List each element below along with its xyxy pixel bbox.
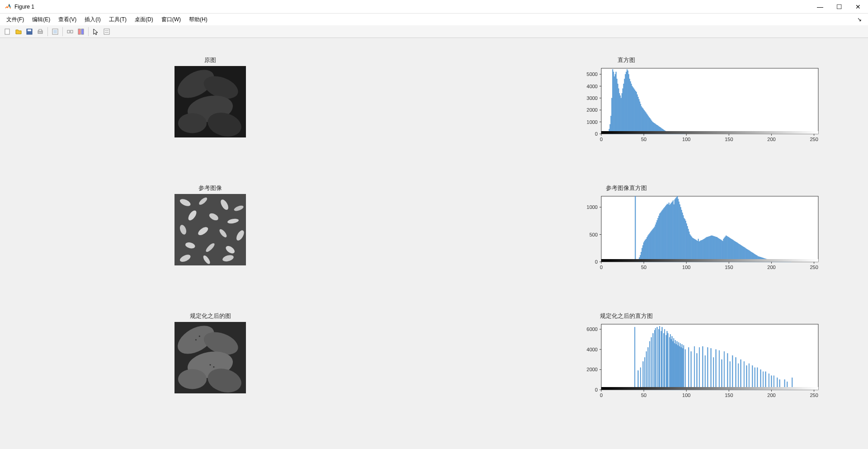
save-icon[interactable] bbox=[24, 27, 34, 37]
svg-rect-247 bbox=[713, 236, 714, 262]
svg-rect-430 bbox=[741, 359, 741, 390]
new-icon[interactable] bbox=[3, 27, 13, 37]
svg-rect-246 bbox=[712, 236, 713, 262]
menu-edit[interactable]: 编辑(E) bbox=[28, 14, 54, 25]
insert-colorbar-icon[interactable] bbox=[76, 27, 86, 37]
close-button[interactable]: ✕ bbox=[853, 3, 863, 10]
svg-rect-392 bbox=[669, 337, 670, 390]
svg-rect-439 bbox=[765, 372, 766, 390]
svg-rect-212 bbox=[684, 218, 684, 262]
open-icon[interactable] bbox=[14, 27, 24, 37]
svg-rect-374 bbox=[644, 358, 645, 390]
svg-rect-174 bbox=[652, 230, 653, 262]
svg-rect-49 bbox=[632, 86, 633, 134]
menu-window[interactable]: 窗口(W) bbox=[158, 14, 184, 25]
svg-rect-233 bbox=[701, 240, 702, 262]
svg-rect-241 bbox=[708, 236, 709, 262]
svg-text:250: 250 bbox=[810, 392, 818, 398]
svg-rect-67 bbox=[647, 115, 648, 134]
svg-rect-43 bbox=[627, 70, 627, 134]
svg-rect-26 bbox=[612, 70, 613, 134]
svg-rect-188 bbox=[664, 208, 665, 262]
menu-help[interactable]: 帮助(H) bbox=[185, 14, 211, 25]
svg-rect-400 bbox=[676, 345, 677, 390]
svg-rect-206 bbox=[679, 202, 679, 262]
svg-rect-434 bbox=[752, 365, 753, 390]
svg-rect-375 bbox=[646, 351, 647, 390]
insert-legend-icon[interactable] bbox=[102, 27, 112, 37]
menu-file[interactable]: 文件(F) bbox=[3, 14, 28, 25]
svg-rect-428 bbox=[736, 358, 736, 390]
svg-rect-191 bbox=[666, 205, 667, 262]
svg-text:100: 100 bbox=[682, 265, 690, 270]
svg-text:250: 250 bbox=[810, 137, 818, 142]
svg-rect-193 bbox=[668, 204, 669, 262]
svg-rect-423 bbox=[722, 359, 722, 390]
svg-rect-371 bbox=[638, 371, 639, 390]
svg-rect-197 bbox=[671, 203, 672, 262]
image-reference bbox=[175, 194, 246, 265]
svg-text:100: 100 bbox=[682, 392, 690, 398]
svg-rect-274 bbox=[736, 242, 737, 262]
svg-rect-242 bbox=[709, 236, 710, 262]
svg-rect-380 bbox=[654, 330, 655, 390]
svg-text:2000: 2000 bbox=[587, 367, 598, 372]
svg-text:200: 200 bbox=[767, 392, 775, 398]
svg-rect-237 bbox=[705, 238, 706, 262]
svg-rect-39 bbox=[623, 84, 624, 134]
link-icon[interactable] bbox=[65, 27, 75, 37]
svg-rect-190 bbox=[665, 206, 666, 262]
subplot-title: 规定化之后的直方图 bbox=[600, 312, 653, 320]
edit-plot-icon[interactable] bbox=[50, 27, 60, 37]
svg-rect-429 bbox=[738, 364, 739, 390]
svg-text:0: 0 bbox=[600, 392, 603, 398]
subplot-hist2: 参考图像直方图 05010015020025005001000 bbox=[402, 184, 850, 303]
svg-rect-270 bbox=[732, 240, 733, 262]
toolbar-dropdown-icon[interactable]: ↘ bbox=[857, 16, 865, 23]
svg-rect-207 bbox=[679, 204, 680, 262]
svg-rect-54 bbox=[636, 92, 637, 134]
svg-text:50: 50 bbox=[641, 392, 646, 398]
svg-rect-186 bbox=[662, 210, 663, 262]
svg-rect-433 bbox=[749, 364, 750, 390]
minimize-button[interactable]: — bbox=[815, 3, 826, 10]
maximize-button[interactable]: ☐ bbox=[834, 3, 844, 10]
window-title: Figure 1 bbox=[14, 4, 815, 10]
svg-rect-221 bbox=[691, 236, 692, 262]
figure-area: 原图 直方图 050100150200250010002000300040005… bbox=[0, 38, 868, 449]
figure-window: Figure 1 — ☐ ✕ 文件(F) 编辑(E) 查看(V) 插入(I) 工… bbox=[0, 0, 868, 449]
svg-rect-372 bbox=[640, 368, 641, 390]
print-icon[interactable] bbox=[35, 27, 45, 37]
svg-rect-44 bbox=[627, 71, 628, 134]
svg-rect-377 bbox=[649, 341, 650, 390]
svg-rect-370 bbox=[634, 327, 635, 390]
svg-text:4000: 4000 bbox=[587, 347, 598, 352]
svg-rect-213 bbox=[684, 219, 685, 262]
svg-rect-376 bbox=[648, 347, 649, 390]
svg-rect-401 bbox=[677, 341, 678, 390]
svg-rect-204 bbox=[677, 196, 678, 262]
svg-rect-210 bbox=[682, 213, 683, 262]
svg-rect-416 bbox=[703, 346, 703, 390]
svg-rect-250 bbox=[716, 237, 717, 262]
svg-rect-216 bbox=[687, 226, 688, 262]
svg-rect-222 bbox=[692, 238, 693, 262]
svg-rect-226 bbox=[695, 240, 696, 262]
svg-rect-245 bbox=[712, 236, 712, 262]
svg-rect-438 bbox=[763, 372, 764, 390]
svg-text:1000: 1000 bbox=[587, 119, 598, 125]
svg-rect-28 bbox=[614, 76, 615, 134]
pointer-icon[interactable] bbox=[91, 27, 101, 37]
menu-desktop[interactable]: 桌面(D) bbox=[131, 14, 157, 25]
svg-rect-257 bbox=[722, 241, 722, 262]
svg-rect-244 bbox=[711, 236, 712, 262]
svg-rect-417 bbox=[705, 355, 706, 390]
svg-text:0: 0 bbox=[595, 387, 598, 392]
svg-rect-264 bbox=[727, 236, 728, 262]
menu-insert[interactable]: 插入(I) bbox=[81, 14, 104, 25]
subplot-title: 原图 bbox=[204, 56, 216, 64]
menu-view[interactable]: 查看(V) bbox=[55, 14, 80, 25]
svg-point-367 bbox=[209, 364, 211, 365]
menu-tools[interactable]: 工具(T) bbox=[105, 14, 130, 25]
svg-text:50: 50 bbox=[641, 137, 646, 142]
